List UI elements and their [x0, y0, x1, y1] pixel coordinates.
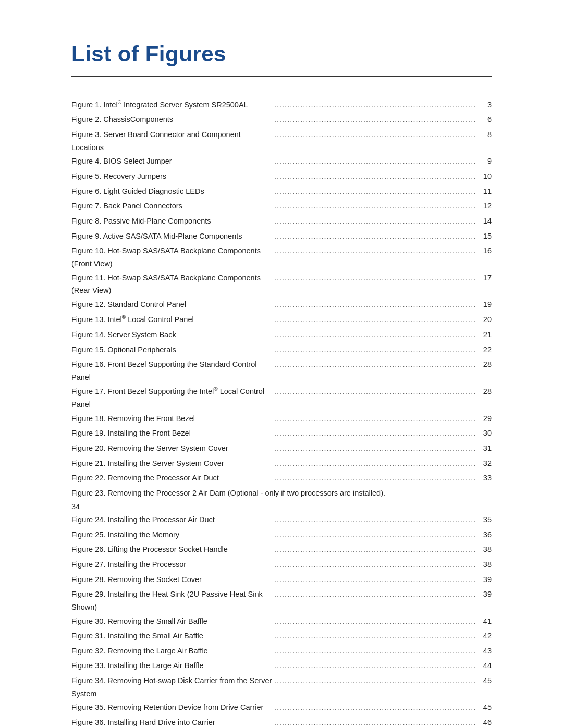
list-item-page: 43: [477, 645, 492, 658]
list-item-page: 3: [477, 98, 492, 112]
list-item-page: 34: [71, 500, 492, 513]
list-item: Figure 34. Removing Hot-swap Disk Carrie…: [71, 674, 492, 700]
list-item-page: 12: [477, 200, 492, 213]
list-item: Figure 9. Active SAS/SATA Mid-Plane Comp…: [71, 230, 492, 244]
list-item-page: 9: [477, 155, 492, 168]
list-item: Figure 2. ChassisComponents.............…: [71, 113, 492, 127]
list-item-page: 42: [477, 630, 492, 643]
list-item: Figure 19. Installing the Front Bezel...…: [71, 427, 492, 441]
list-item-page: 38: [477, 543, 492, 556]
list-item-page: 11: [477, 185, 492, 198]
list-item: Figure 4. BIOS Select Jumper............…: [71, 155, 492, 169]
list-item-page: 44: [477, 659, 492, 672]
list-item: Figure 33. Installing the Large Air Baff…: [71, 659, 492, 673]
list-item-page: 22: [477, 343, 492, 356]
list-item: Figure 23. Removing the Processor 2 Air …: [71, 487, 492, 500]
list-item-page: 19: [477, 298, 492, 311]
list-item: Figure 26. Lifting the Processor Socket …: [71, 543, 492, 557]
list-item-page: 39: [477, 588, 492, 601]
list-item: Figure 6. Light Guided Diagnostic LEDs..…: [71, 185, 492, 199]
list-item: Figure 10. Hot-Swap SAS/SATA Backplane C…: [71, 244, 492, 270]
list-item-page: 30: [477, 427, 492, 440]
list-item: Figure 27. Installing the Processor.....…: [71, 558, 492, 572]
list-item: Figure 15. Optional Peripherals.........…: [71, 343, 492, 357]
list-item: Figure 16. Front Bezel Supporting the St…: [71, 358, 492, 384]
list-item-page: 17: [477, 272, 492, 285]
list-item-page: 35: [477, 513, 492, 526]
list-item-page: 28: [477, 385, 492, 398]
list-item-page: 46: [477, 716, 492, 728]
list-item: Figure 36. Installing Hard Drive into Ca…: [71, 716, 492, 728]
list-item-page: 8: [477, 128, 492, 141]
list-item-page: 10: [477, 170, 492, 183]
list-item: Figure 13. Intel® Local Control Panel...…: [71, 313, 492, 327]
list-item-page: 28: [477, 358, 492, 371]
list-item: Figure 21. Installing the Server System …: [71, 457, 492, 471]
list-item-page: 29: [477, 412, 492, 425]
list-item-page: 6: [477, 113, 492, 126]
list-item-page: 21: [477, 328, 492, 341]
list-item: Figure 8. Passive Mid-Plane Components..…: [71, 215, 492, 229]
list-item-page: 16: [477, 244, 492, 257]
list-item-page: 45: [477, 701, 492, 714]
list-item: Figure 24. Installing the Processor Air …: [71, 513, 492, 527]
list-item-page: 33: [477, 472, 492, 485]
list-item: Figure 35. Removing Retention Device fro…: [71, 701, 492, 715]
list-item: Figure 12. Standard Control Panel.......…: [71, 298, 492, 312]
list-item-page: 41: [477, 615, 492, 628]
list-item-page: 45: [477, 674, 492, 687]
list-item-page: 14: [477, 215, 492, 228]
list-item: Figure 18. Removing the Front Bezel.....…: [71, 412, 492, 426]
page-title: List of Figures: [71, 42, 492, 67]
list-item: Figure 11. Hot-Swap SAS/SATA Backplane C…: [71, 272, 492, 297]
list-item: Figure 22. Removing the Processor Air Du…: [71, 472, 492, 486]
list-item-page: 32: [477, 457, 492, 470]
list-item: Figure 3. Server Board Connector and Com…: [71, 128, 492, 154]
list-item: Figure 32. Removing the Large Air Baffle…: [71, 645, 492, 659]
list-item: Figure 30. Removing the Small Air Baffle…: [71, 615, 492, 629]
list-item: Figure 25. Installing the Memory........…: [71, 528, 492, 542]
list-item-page: 20: [477, 313, 492, 326]
figure-list: Figure 1. Intel® Integrated Server Syste…: [71, 98, 492, 728]
list-item: Figure 29. Installing the Heat Sink (2U …: [71, 588, 492, 613]
list-item-page: 31: [477, 442, 492, 455]
list-item-page: 38: [477, 558, 492, 571]
list-item: Figure 31. Installing the Small Air Baff…: [71, 630, 492, 644]
list-item: Figure 17. Front Bezel Supporting the In…: [71, 385, 492, 411]
page: List of Figures Figure 1. Intel® Integra…: [0, 0, 563, 728]
list-item-page: 39: [477, 573, 492, 586]
title-divider: [71, 76, 492, 77]
list-item: Figure 28. Removing the Socket Cover....…: [71, 573, 492, 587]
list-item-page: 15: [477, 230, 492, 243]
list-item: Figure 20. Removing the Server System Co…: [71, 442, 492, 456]
list-item: Figure 1. Intel® Integrated Server Syste…: [71, 98, 492, 112]
list-item: Figure 5. Recovery Jumpers..............…: [71, 170, 492, 184]
list-item: Figure 14. Server System Back...........…: [71, 328, 492, 342]
list-item-page: 36: [477, 528, 492, 541]
list-item: Figure 7. Back Panel Connectors.........…: [71, 200, 492, 214]
